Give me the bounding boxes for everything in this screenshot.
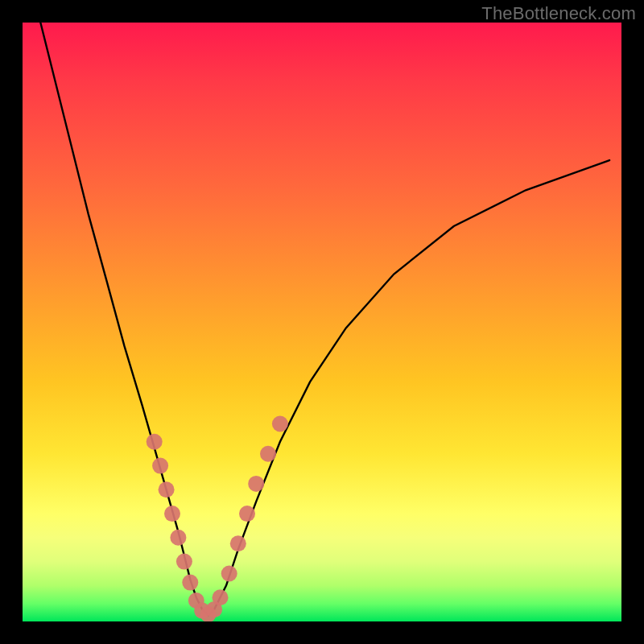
marker-dot [170, 530, 186, 546]
marker-dot [248, 476, 264, 492]
marker-dot [221, 566, 237, 582]
plot-area [23, 23, 621, 621]
watermark-text: TheBottleneck.com [481, 3, 636, 24]
marker-dot [272, 416, 288, 432]
marker-dot [182, 575, 198, 591]
marker-dot [152, 458, 168, 474]
bottleneck-curve-path [40, 23, 609, 616]
marker-dot [213, 589, 229, 605]
chart-frame: TheBottleneck.com [0, 0, 644, 644]
marker-dot [147, 434, 163, 450]
marker-dot [176, 554, 192, 570]
marker-dot [230, 535, 246, 551]
marker-dot [159, 481, 175, 497]
curve-line [40, 23, 609, 616]
chart-svg [23, 23, 621, 621]
marker-dot [239, 506, 255, 522]
curve-markers [147, 416, 288, 622]
marker-dot [164, 506, 180, 522]
marker-dot [260, 446, 276, 462]
